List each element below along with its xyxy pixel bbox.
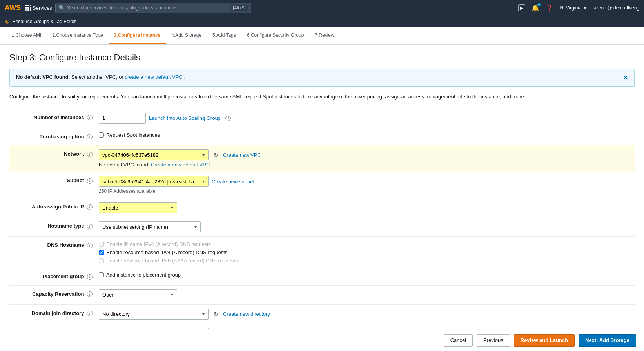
auto-scaling-link[interactable]: Launch into Auto Scaling Group (149, 115, 221, 121)
domain-info-icon[interactable]: i (87, 311, 93, 316)
next-button[interactable]: Next: Add Storage (579, 334, 636, 347)
resource-bar: ◈ Resource Groups & Tag Editor (0, 16, 644, 27)
step7-number: 7. (315, 33, 319, 38)
step7-label: Review (319, 33, 334, 38)
step6-number: 6. (247, 33, 251, 38)
wizard-step-3[interactable]: 3. Configure Instance (109, 27, 166, 44)
step4-label: Add Storage (175, 33, 201, 38)
spot-instances-checkbox[interactable] (99, 132, 104, 138)
instances-label: Number of instances i (9, 109, 96, 128)
dns-option2-label[interactable]: Enable resource-based IPv4 (A record) DN… (99, 250, 631, 255)
domain-control: No directory ↻ Create new directory (96, 304, 635, 324)
network-refresh-button[interactable]: ↻ (212, 150, 220, 159)
user-menu[interactable]: allenc @ demo-tlveng (594, 5, 639, 11)
domain-select[interactable]: No directory (99, 309, 209, 320)
subnet-row: Subnet i subnet-08c952541f4ab282d | us-e… (9, 172, 635, 198)
resource-icon: ◈ (5, 18, 9, 25)
iam-refresh-button[interactable]: ↻ (212, 329, 220, 329)
previous-button[interactable]: Previous (477, 334, 510, 347)
wizard-step-2[interactable]: 2. Choose Instance Type (47, 27, 108, 44)
dns-option1-checkbox (99, 242, 104, 247)
terminal-icon[interactable]: ▶ (518, 4, 525, 11)
alert-text: No default VPC found. Select another VPC… (16, 74, 185, 80)
step2-label: Choose Instance Type (56, 33, 103, 38)
alert-strong: No default VPC found. (16, 74, 70, 80)
placement-checkbox[interactable] (99, 272, 104, 277)
dns-hostname-label: DNS Hostname i (9, 237, 96, 268)
capacity-select[interactable]: Open (99, 289, 177, 300)
network-row: Network i vpc-0474064fc537e5182 ↻ Create… (9, 145, 635, 172)
capacity-label: Capacity Reservation i (9, 285, 96, 304)
public-ip-info-icon[interactable]: i (87, 204, 93, 210)
wizard-step-4[interactable]: 4. Add Storage (166, 27, 207, 44)
subnet-info-icon[interactable]: i (87, 178, 93, 184)
help-icon[interactable]: ❓ (546, 4, 553, 12)
placement-row: Placement group i Add instance to placem… (9, 268, 635, 286)
dns-options-group: Enable IP name IPv4 (A record) DNS reque… (99, 241, 631, 264)
nav-right: ▶ 🔔 ❓ N. Virginia ▼ allenc @ demo-tlveng (518, 4, 639, 12)
network-select[interactable]: vpc-0474064fc537e5182 (99, 149, 209, 160)
purchasing-info-icon[interactable]: i (87, 134, 93, 139)
hostname-info-icon[interactable]: i (87, 224, 93, 229)
create-subnet-link[interactable]: Create new subnet (212, 179, 254, 185)
no-vpc-text: No default VPC found. Create a new defau… (99, 162, 631, 168)
spot-instances-label[interactable]: Request Spot instances (99, 132, 631, 138)
wizard-step-6[interactable]: 6. Configure Security Group (241, 27, 309, 44)
dns-option3-text: Enable resource-based IPv6 (AAAA record)… (106, 258, 238, 264)
placement-checkbox-label[interactable]: Add instance to placement group (99, 272, 631, 278)
create-default-vpc-link[interactable]: Create a new default VPC. (151, 162, 211, 168)
wizard-step-1[interactable]: 1. Choose AMI (6, 27, 47, 44)
purchasing-control: Request Spot instances (96, 128, 635, 145)
ip-count-text: 250 IP Addresses available (99, 188, 631, 194)
step2-number: 2. (52, 33, 56, 38)
instances-info-icon[interactable]: i (87, 115, 93, 120)
create-vpc-link[interactable]: create a new default VPC (125, 74, 182, 80)
search-bar[interactable]: 🔍 Search for services, features, blogs, … (55, 3, 251, 13)
bell-wrapper[interactable]: 🔔 (532, 4, 539, 12)
subnet-select[interactable]: subnet-08c952541f4ab282d | us-east-1a (99, 176, 209, 187)
main-scroll: Step 3: Configure Instance Details No de… (0, 45, 644, 329)
instances-input[interactable] (99, 113, 146, 124)
placement-info-icon[interactable]: i (87, 274, 93, 280)
resource-bar-text: Resource Groups & Tag Editor (12, 19, 76, 24)
auto-scaling-info-icon[interactable]: i (225, 116, 231, 121)
step3-label: Configure Instance (118, 33, 161, 38)
iam-row: IAM role i None ↻ Create new IAM role (9, 324, 635, 329)
domain-refresh-button[interactable]: ↻ (212, 309, 220, 318)
page-title: Step 3: Configure Instance Details (9, 52, 635, 63)
iam-select[interactable]: None (99, 328, 209, 329)
step6-label: Configure Security Group (251, 33, 304, 38)
wizard-step-7[interactable]: 7. Review (309, 27, 339, 44)
capacity-info-icon[interactable]: i (87, 291, 93, 297)
dns-hostname-info-icon[interactable]: i (87, 243, 93, 248)
alert-close-button[interactable]: ✕ (623, 74, 628, 81)
cancel-button[interactable]: Cancel (444, 334, 473, 347)
aws-logo: AWS (5, 4, 21, 12)
wizard-step-5[interactable]: 5. Add Tags (207, 27, 241, 44)
domain-row: Domain join directory i No directory ↻ C… (9, 304, 635, 324)
public-ip-select[interactable]: Enable (99, 202, 177, 213)
create-directory-link[interactable]: Create new directory (223, 311, 270, 317)
hostname-select[interactable]: Use subnet setting (IP name) (99, 221, 201, 232)
notification-dot (537, 3, 541, 6)
hostname-control: Use subnet setting (IP name) (96, 217, 635, 237)
services-button[interactable]: Services (25, 5, 52, 11)
placement-text: Add instance to placement group (106, 272, 181, 278)
network-control: vpc-0474064fc537e5182 ↻ Create new VPC N… (96, 145, 635, 172)
public-ip-row: Auto-assign Public IP i Enable (9, 198, 635, 217)
dns-hostname-control: Enable IP name IPv4 (A record) DNS reque… (96, 237, 635, 268)
create-vpc-link2[interactable]: Create new VPC (223, 152, 261, 158)
step1-label: Choose AMI (16, 33, 41, 38)
dns-option2-checkbox[interactable] (99, 250, 104, 255)
review-launch-button[interactable]: Review and Launch (514, 334, 575, 347)
region-selector[interactable]: N. Virginia ▼ (560, 5, 587, 11)
public-ip-control: Enable (96, 198, 635, 217)
subnet-control: subnet-08c952541f4ab282d | us-east-1a Cr… (96, 172, 635, 198)
description-text: Configure the instance to suit your requ… (9, 93, 635, 101)
grid-icon (25, 5, 31, 11)
search-icon: 🔍 (59, 5, 65, 11)
placement-control: Add instance to placement group (96, 268, 635, 286)
network-info-icon[interactable]: i (87, 152, 93, 157)
subnet-label: Subnet i (9, 172, 96, 198)
search-placeholder: Search for services, features, blogs, do… (67, 5, 176, 11)
